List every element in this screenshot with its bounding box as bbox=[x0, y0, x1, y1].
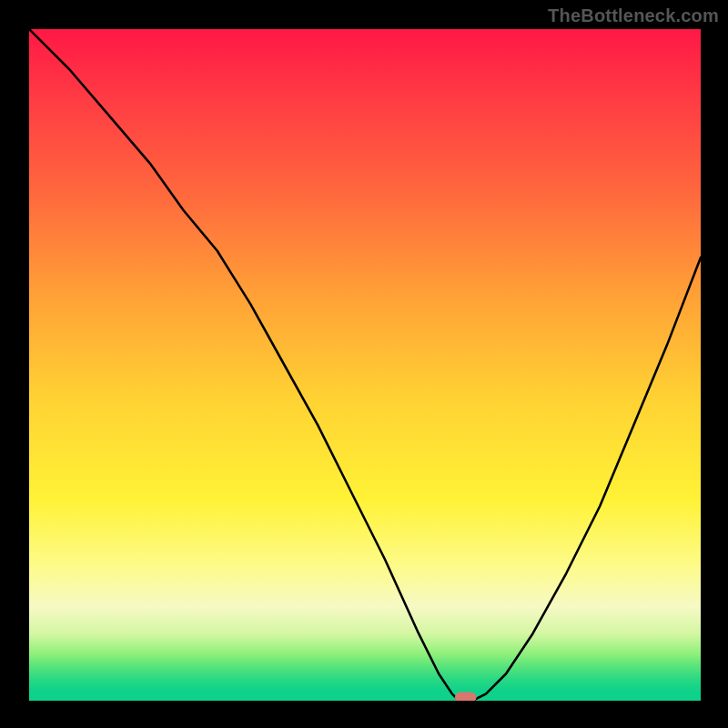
chart-svg bbox=[29, 29, 701, 701]
optimal-marker bbox=[455, 692, 477, 701]
watermark-text: TheBottleneck.com bbox=[548, 5, 719, 26]
plot-area bbox=[29, 29, 701, 701]
chart-frame: TheBottleneck.com bbox=[0, 0, 728, 728]
bottleneck-curve bbox=[29, 29, 701, 701]
